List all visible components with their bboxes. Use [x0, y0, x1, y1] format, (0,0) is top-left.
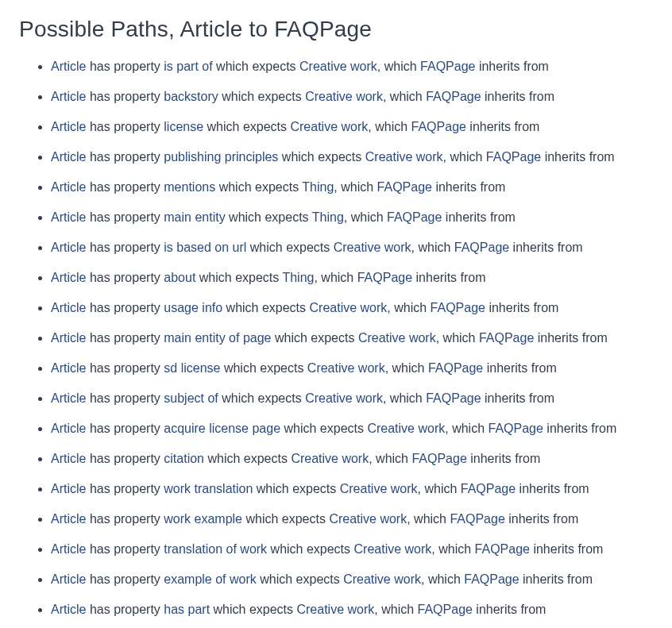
- property-link[interactable]: has part: [164, 603, 210, 616]
- expects-link[interactable]: Creative work: [305, 90, 383, 103]
- target-link[interactable]: FAQPage: [431, 301, 485, 314]
- property-link[interactable]: publishing principles: [164, 150, 278, 164]
- property-link[interactable]: translation of work: [164, 542, 267, 556]
- path-item: Article has property translation of work…: [51, 540, 653, 559]
- expects-link[interactable]: Creative work: [310, 301, 388, 314]
- property-link[interactable]: acquire license page: [164, 422, 280, 435]
- expects-link[interactable]: Creative work: [365, 150, 443, 164]
- target-link[interactable]: FAQPage: [489, 422, 543, 435]
- property-link[interactable]: usage info: [164, 301, 222, 314]
- subject-link[interactable]: Article: [51, 422, 86, 435]
- subject-link[interactable]: Article: [51, 120, 86, 133]
- expects-link[interactable]: Creative work: [291, 452, 369, 465]
- subject-link[interactable]: Article: [51, 90, 86, 103]
- expects-link[interactable]: Creative work: [307, 361, 385, 375]
- text-has-property: has property: [86, 603, 164, 616]
- text-which-expects: which expects: [246, 241, 333, 254]
- path-item: Article has property publishing principl…: [51, 148, 653, 167]
- property-link[interactable]: citation: [164, 452, 204, 465]
- target-link[interactable]: FAQPage: [426, 391, 481, 405]
- text-inherits-from: inherits from: [516, 482, 589, 495]
- property-link[interactable]: example of work: [164, 572, 257, 586]
- subject-link[interactable]: Article: [51, 361, 86, 375]
- path-item: Article has property subject of which ex…: [51, 389, 653, 408]
- text-has-property: has property: [86, 271, 164, 284]
- text-which-expects: which expects: [267, 542, 353, 556]
- subject-link[interactable]: Article: [51, 301, 86, 314]
- expects-link[interactable]: Creative work: [305, 391, 383, 405]
- target-link[interactable]: FAQPage: [357, 271, 412, 284]
- property-link[interactable]: license: [164, 120, 203, 133]
- target-link[interactable]: FAQPage: [377, 180, 432, 194]
- target-link[interactable]: FAQPage: [411, 452, 466, 465]
- target-link[interactable]: FAQPage: [464, 572, 519, 586]
- path-item: Article has property sd license which ex…: [51, 359, 653, 378]
- expects-link[interactable]: Creative work: [358, 331, 436, 345]
- text-comma-which: , which: [445, 422, 488, 435]
- property-link[interactable]: is part of: [164, 60, 212, 73]
- subject-link[interactable]: Article: [51, 391, 86, 405]
- expects-link[interactable]: Creative work: [340, 482, 418, 495]
- property-link[interactable]: subject of: [164, 391, 218, 405]
- subject-link[interactable]: Article: [51, 180, 86, 194]
- expects-link[interactable]: Creative work: [299, 60, 377, 73]
- text-inherits-from: inherits from: [473, 603, 546, 616]
- path-item: Article has property backstory which exp…: [51, 87, 653, 106]
- property-link[interactable]: work example: [164, 512, 242, 526]
- subject-link[interactable]: Article: [51, 452, 86, 465]
- target-link[interactable]: FAQPage: [486, 150, 541, 164]
- target-link[interactable]: FAQPage: [426, 90, 481, 103]
- text-which-expects: which expects: [222, 301, 309, 314]
- page-title: Possible Paths, Article to FAQPage: [19, 13, 653, 46]
- subject-link[interactable]: Article: [51, 572, 86, 586]
- text-inherits-from: inherits from: [483, 361, 556, 375]
- target-link[interactable]: FAQPage: [420, 60, 475, 73]
- property-link[interactable]: backstory: [164, 90, 218, 103]
- text-comma-which: , which: [418, 482, 461, 495]
- expects-link[interactable]: Creative work: [334, 241, 411, 254]
- target-link[interactable]: FAQPage: [411, 120, 466, 133]
- subject-link[interactable]: Article: [51, 271, 86, 284]
- subject-link[interactable]: Article: [51, 482, 86, 495]
- subject-link[interactable]: Article: [51, 542, 86, 556]
- property-link[interactable]: is based on url: [164, 241, 246, 254]
- target-link[interactable]: FAQPage: [387, 210, 442, 224]
- expects-link[interactable]: Creative work: [354, 542, 432, 556]
- property-link[interactable]: about: [164, 271, 195, 284]
- subject-link[interactable]: Article: [51, 331, 86, 345]
- expects-link[interactable]: Thing: [302, 180, 334, 194]
- subject-link[interactable]: Article: [51, 210, 86, 224]
- subject-link[interactable]: Article: [51, 60, 86, 73]
- subject-link[interactable]: Article: [51, 241, 86, 254]
- subject-link[interactable]: Article: [51, 512, 86, 526]
- property-link[interactable]: main entity of page: [164, 331, 271, 345]
- text-has-property: has property: [86, 241, 164, 254]
- expects-link[interactable]: Creative work: [296, 603, 374, 616]
- property-link[interactable]: mentions: [164, 180, 215, 194]
- target-link[interactable]: FAQPage: [454, 241, 509, 254]
- path-item: Article has property usage info which ex…: [51, 299, 653, 318]
- target-link[interactable]: FAQPage: [450, 512, 504, 526]
- target-link[interactable]: FAQPage: [461, 482, 516, 495]
- property-link[interactable]: sd license: [164, 361, 220, 375]
- expects-link[interactable]: Creative work: [329, 512, 407, 526]
- expects-link[interactable]: Creative work: [343, 572, 421, 586]
- text-comma-which: , which: [411, 241, 454, 254]
- property-link[interactable]: work translation: [164, 482, 253, 495]
- path-item: Article has property mentions which expe…: [51, 178, 653, 197]
- target-link[interactable]: FAQPage: [418, 603, 473, 616]
- expects-link[interactable]: Thing: [282, 271, 314, 284]
- expects-link[interactable]: Creative work: [290, 120, 368, 133]
- subject-link[interactable]: Article: [51, 603, 86, 616]
- text-inherits-from: inherits from: [534, 331, 607, 345]
- expects-link[interactable]: Thing: [312, 210, 344, 224]
- subject-link[interactable]: Article: [51, 150, 86, 164]
- text-inherits-from: inherits from: [485, 301, 558, 314]
- expects-link[interactable]: Creative work: [367, 422, 445, 435]
- text-which-expects: which expects: [271, 331, 357, 345]
- target-link[interactable]: FAQPage: [475, 542, 530, 556]
- text-which-expects: which expects: [195, 271, 282, 284]
- target-link[interactable]: FAQPage: [428, 361, 483, 375]
- target-link[interactable]: FAQPage: [479, 331, 534, 345]
- property-link[interactable]: main entity: [164, 210, 225, 224]
